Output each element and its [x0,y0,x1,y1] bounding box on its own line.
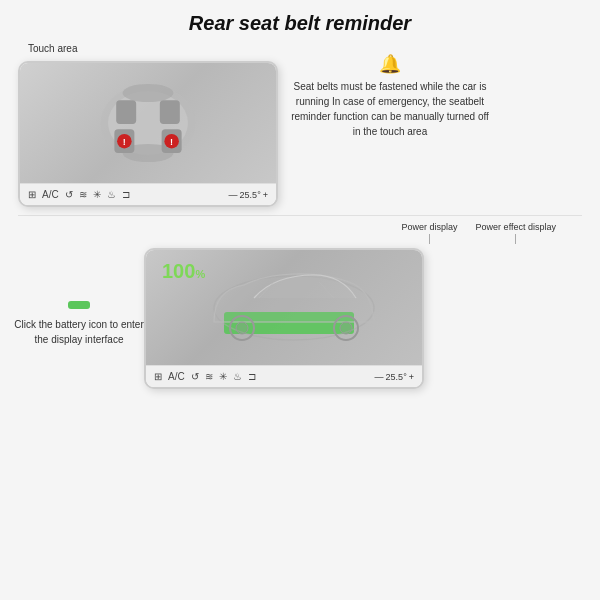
car-3d-svg [194,260,394,355]
touch-area-label: Touch area [28,43,77,54]
bottom-heat-icon: ≋ [205,371,213,382]
heat-icon: ≋ [79,189,87,200]
svg-rect-4 [116,100,136,124]
svg-point-15 [236,322,248,334]
bottom-content: Click the battery icon to enter the disp… [14,248,586,389]
fan-icon: ✳ [93,189,101,200]
labels-row: Power display Power effect display [14,222,586,244]
svg-text:!: ! [170,137,173,147]
bottom-seat-icon: ♨ [233,371,242,382]
grid-icon: ⊞ [28,189,36,200]
bottom-ac-icon: A/C [168,371,185,382]
toolbar-icons-left: ⊞ A/C ↺ ≋ ✳ ♨ ⊐ [28,189,130,200]
power-effect-display-label: Power effect display [476,222,556,244]
bottom-door-icon: ⊐ [248,371,256,382]
bottom-refresh-icon: ↺ [191,371,199,382]
power-display-label: Power display [402,222,458,244]
svg-point-17 [340,322,352,334]
bottom-temp-minus: — [375,372,384,382]
seat-icon: ♨ [107,189,116,200]
svg-text:!: ! [123,137,126,147]
bottom-toolbar-icons: ⊞ A/C ↺ ≋ ✳ ♨ ⊐ [154,371,256,382]
bottom-temp-value: 25.5° [386,372,407,382]
bottom-fan-icon: ✳ [219,371,227,382]
seatbelt-annotation: 🔔 Seat belts must be fastened while the … [290,53,490,139]
svg-rect-5 [160,100,180,124]
svg-point-2 [123,84,174,102]
bottom-section: Power display Power effect display Click… [0,222,600,389]
bell-icon: 🔔 [290,53,490,75]
refresh-icon: ↺ [65,189,73,200]
battery-percent-display: 100% [162,260,205,283]
section-divider [18,215,582,216]
temp-value: 25.5° [240,190,261,200]
bottom-temp-plus: + [409,372,414,382]
seatbelt-annotation-text: Seat belts must be fastened while the ca… [290,79,490,139]
battery-number: 100 [162,260,195,282]
top-screen-toolbar: ⊞ A/C ↺ ≋ ✳ ♨ ⊐ — 25.5° + [20,183,276,205]
page-title: Rear seat belt reminder [0,0,600,43]
temp-plus: + [263,190,268,200]
top-toolbar-temp: — 25.5° + [229,190,268,200]
percent-symbol: % [195,268,205,280]
battery-indicator [68,301,90,309]
temp-minus: — [229,190,238,200]
battery-click-label: Click the battery icon to enter the disp… [14,317,144,347]
bottom-screen-toolbar: ⊞ A/C ↺ ≋ ✳ ♨ ⊐ — 25.5° + [146,365,422,387]
seat-display: ! ! [20,63,276,183]
bottom-screen: 100% [144,248,424,389]
battery-display: 100% [146,250,422,365]
top-screen: ! ! ⊞ A/C ↺ ≋ ✳ ♨ ⊐ — 25.5° [18,61,278,207]
door-icon: ⊐ [122,189,130,200]
top-section: Touch area [0,43,600,207]
battery-annotation: Click the battery icon to enter the disp… [14,291,144,347]
ac-icon: A/C [42,189,59,200]
bottom-grid-icon: ⊞ [154,371,162,382]
car-top-view-svg: ! ! [88,73,208,173]
bottom-toolbar-temp: — 25.5° + [375,372,414,382]
